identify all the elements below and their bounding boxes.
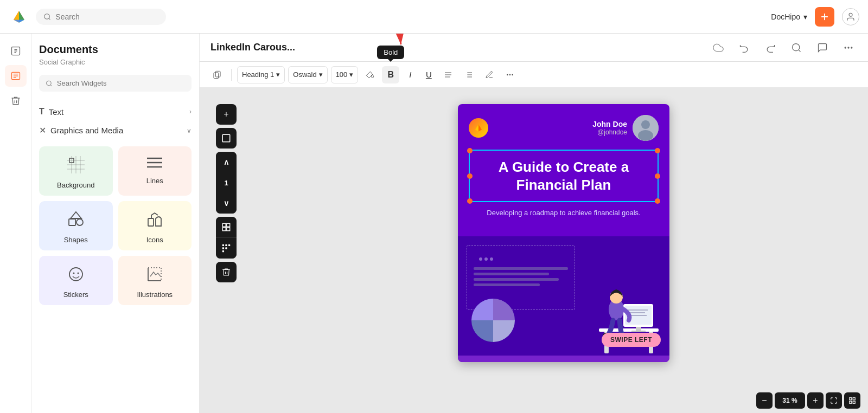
grid-view-icon (848, 397, 856, 404)
color-fill-button[interactable] (361, 66, 379, 83)
swipe-left-button[interactable]: SWIPE LEFT (602, 333, 661, 347)
search-editor-icon[interactable] (788, 39, 805, 56)
zoom-value: 31 % (775, 392, 805, 409)
highlight-button[interactable] (481, 66, 498, 83)
sidebar-item-trash[interactable] (5, 90, 27, 112)
delete-button[interactable] (216, 262, 237, 282)
size-chevron-icon: ▾ (349, 70, 353, 79)
font-selector[interactable]: Oswald ▾ (288, 66, 327, 83)
bold-button[interactable]: B (382, 66, 399, 83)
handle-bl[interactable] (467, 198, 473, 204)
handle-br[interactable] (655, 198, 660, 204)
top-search-bar[interactable] (36, 9, 166, 25)
dots-button[interactable] (216, 238, 237, 259)
illustrations-icon (146, 266, 163, 286)
handle-tr[interactable] (655, 148, 660, 153)
top-nav: DocHipo ▾ (0, 0, 868, 34)
zoom-in-button[interactable]: + (807, 392, 824, 409)
widget-search-input[interactable] (57, 79, 185, 87)
italic-button[interactable]: I (403, 66, 418, 83)
graphics-section-header[interactable]: ✕ Graphics and Media ∨ (39, 121, 192, 140)
svg-point-23 (73, 273, 74, 274)
page-number: 1 (216, 172, 237, 193)
svg-rect-71 (631, 331, 646, 332)
cloud-save-icon[interactable] (710, 39, 727, 56)
handle-ml[interactable] (467, 173, 473, 179)
svg-point-48 (512, 74, 513, 75)
card-subheading: Developing a roadmap to achieve financia… (469, 209, 659, 217)
underline-button[interactable]: U (421, 66, 436, 83)
panel-title: Documents (39, 43, 192, 56)
bold-label: B (388, 70, 394, 80)
handle-mr[interactable] (655, 173, 660, 179)
heading-selector[interactable]: Heading 1 ▾ (237, 66, 285, 83)
add-element-button[interactable]: + (216, 104, 237, 125)
svg-point-22 (69, 268, 82, 281)
canvas-area[interactable]: + ∧ 1 ∨ (200, 88, 868, 413)
frame-button[interactable] (216, 128, 237, 149)
next-page-button[interactable]: ∨ (216, 193, 237, 214)
fit-screen-icon (830, 397, 838, 404)
canvas-card[interactable]: John Doe @johndoe (458, 104, 669, 362)
profile-name: John Doe (592, 120, 627, 128)
font-chevron-icon: ▾ (319, 70, 323, 79)
fit-screen-button[interactable] (826, 392, 842, 409)
svg-rect-70 (636, 327, 641, 331)
grid-button[interactable] (216, 217, 237, 237)
font-size-selector[interactable]: 100 ▾ (331, 66, 359, 83)
profile-handle: @johndoe (592, 128, 627, 136)
widget-icons[interactable]: Icons (118, 201, 192, 250)
undo-icon[interactable] (736, 39, 753, 56)
background-icon (67, 156, 85, 177)
widget-shapes[interactable]: Shapes (39, 201, 113, 250)
dochipo-logo[interactable] (9, 7, 29, 27)
italic-label: I (409, 70, 411, 79)
more-format-icon (506, 70, 514, 79)
svg-rect-53 (227, 228, 230, 231)
svg-point-47 (510, 74, 510, 75)
svg-rect-57 (222, 248, 224, 249)
doc-title: LinkedIn Carous... (210, 42, 295, 53)
copy-format-button[interactable] (208, 66, 226, 83)
handle-tl[interactable] (467, 148, 473, 153)
panel-collapse-handle[interactable]: ‹ (199, 214, 200, 233)
vertical-toolbar: + ∧ 1 ∨ (216, 104, 237, 282)
sidebar-item-document[interactable] (5, 40, 27, 62)
widget-stickers[interactable]: Stickers (39, 256, 113, 305)
heading-label: Heading 1 (242, 70, 274, 79)
shapes-icon (67, 211, 85, 231)
top-search-input[interactable] (55, 12, 158, 21)
profile-avatar (633, 115, 659, 141)
dochipo-button[interactable]: DocHipo ▾ (771, 12, 807, 21)
grid-view-button[interactable] (844, 392, 860, 409)
heading-line1: A Guide to Create a (499, 159, 629, 175)
text-section-header[interactable]: T Text › (39, 102, 192, 121)
widget-background[interactable]: Background (39, 146, 113, 196)
widget-search-bar[interactable] (39, 75, 192, 92)
svg-rect-80 (853, 398, 855, 400)
svg-rect-21 (148, 218, 154, 226)
font-size-value: 100 (336, 70, 348, 79)
widget-illustrations[interactable]: Illustrations (118, 256, 192, 305)
widget-lines[interactable]: Lines (118, 146, 192, 196)
widget-grid: Background Lines Shapes (39, 146, 192, 305)
sidebar-item-edit[interactable] (5, 65, 27, 87)
more-format-button[interactable] (501, 66, 519, 83)
svg-point-29 (793, 43, 800, 50)
align-button[interactable] (439, 66, 457, 83)
widget-search-icon (46, 80, 53, 87)
zoom-out-button[interactable]: − (756, 392, 773, 409)
plus-button[interactable] (815, 7, 834, 27)
heading-box[interactable]: A Guide to Create a Financial Plan (469, 150, 659, 202)
redo-icon[interactable] (762, 39, 779, 56)
prev-page-button[interactable]: ∧ (216, 152, 237, 172)
comment-icon[interactable] (814, 39, 831, 56)
align-icon (444, 70, 452, 79)
user-avatar[interactable] (842, 8, 859, 25)
more-options-icon[interactable] (840, 39, 857, 56)
list-button[interactable] (460, 66, 477, 83)
heading-text: A Guide to Create a Financial Plan (478, 158, 649, 193)
document-icon (10, 46, 21, 56)
card-profile-row: John Doe @johndoe (469, 115, 659, 141)
edit-icon (10, 70, 21, 81)
